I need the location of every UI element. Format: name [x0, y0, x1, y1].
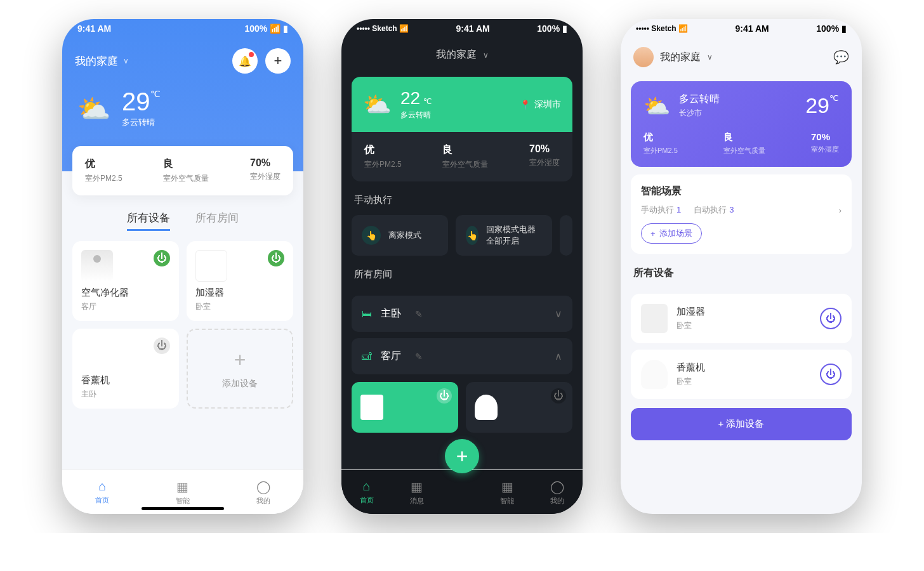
device-card[interactable]: ⏻ [352, 382, 458, 433]
weather-desc: 多云转晴 [679, 93, 720, 106]
chat-icon[interactable]: 💬 [833, 49, 849, 65]
scene-home[interactable]: 👆 回家模式电器全部开启 [456, 215, 552, 256]
weather-panel: ⛅ 29℃ 多云转晴 [62, 84, 303, 133]
device-image [641, 360, 668, 389]
phone-light: 9:41 AM 100% 📶 ▮ 我的家庭 ∨ 🔔 + ⛅ 29℃ [62, 19, 303, 514]
device-tabs: 所有设备 所有房间 [62, 195, 303, 241]
location[interactable]: 📍 深圳市 [520, 99, 561, 110]
weather-icon: ⛅ [77, 93, 110, 124]
nav-messages[interactable]: ▦消息 [410, 479, 424, 506]
status-time: 9:41 AM [456, 23, 490, 34]
temperature: 29 [805, 93, 829, 117]
device-room: 卧室 [676, 320, 705, 331]
temp-unit: ℃ [150, 89, 161, 99]
weather-card[interactable]: ⛅ 多云转晴 长沙市 29℃ 优室外PM2.5 良室外空气质量 70%室外湿度 [631, 81, 852, 167]
room-label: 客厅 [381, 350, 401, 363]
add-device-button[interactable]: + 添加设备 [631, 408, 852, 440]
power-toggle[interactable]: ⏻ [268, 250, 284, 266]
add-device-card[interactable]: + 添加设备 [187, 329, 293, 409]
status-bar: 9:41 AM 100% 📶 ▮ [62, 19, 303, 38]
home-selector[interactable]: 我的家庭 ∨ [75, 54, 129, 69]
add-device-label: 添加设备 [726, 418, 764, 429]
tab-all-rooms[interactable]: 所有房间 [195, 211, 239, 231]
header-actions: 🔔 + [232, 48, 291, 74]
home-selector[interactable]: 我的家庭 ∨ [341, 38, 583, 72]
room-label: 主卧 [381, 307, 401, 320]
power-toggle[interactable]: ⏻ [820, 364, 842, 385]
device-card-aroma[interactable]: 香薰机 卧室 ⏻ [631, 350, 852, 399]
metrics-row: 优室外PM2.5 良室外空气质量 70%室外湿度 [644, 131, 839, 155]
temperature: 22 [400, 88, 420, 108]
nav-smart[interactable]: ▦智能 [500, 479, 514, 506]
bed-icon: 🛏 [362, 308, 372, 320]
nav-me[interactable]: ◯我的 [256, 479, 270, 506]
home-label: 我的家庭 [436, 48, 477, 62]
all-devices-title: 所有设备 [621, 261, 862, 287]
metric-humidity: 70%室外湿度 [250, 157, 280, 184]
status-time: 9:41 AM [77, 23, 111, 34]
city-label: 长沙市 [679, 108, 720, 119]
grid-icon: ▦ [501, 479, 513, 494]
weather-card[interactable]: ⛅ 22 ℃ 多云转晴 📍 深圳市 [352, 77, 572, 132]
scene-label: 回家模式电器全部开启 [486, 224, 542, 247]
device-image [641, 304, 668, 333]
device-name: 空气净化器 [81, 287, 170, 299]
add-scene-button[interactable]: + 添加场景 [641, 223, 702, 244]
device-card-aroma[interactable]: ⏻ 香薰机 主卧 [72, 329, 179, 409]
device-image [475, 395, 498, 420]
chevron-down-icon: ∨ [123, 56, 129, 65]
nav-home[interactable]: ⌂首页 [95, 479, 109, 505]
status-carrier: ••••• Sketch 📶 [357, 24, 409, 33]
user-icon: ◯ [256, 479, 270, 494]
power-toggle[interactable]: ⏻ [551, 388, 566, 404]
home-selector[interactable]: 我的家庭 ∨ [633, 47, 713, 67]
weather-icon: ⛅ [363, 91, 392, 118]
chevron-up-icon: ∧ [555, 350, 562, 362]
edit-icon[interactable]: ✎ [415, 351, 423, 362]
add-device-label: 添加设备 [222, 378, 258, 390]
device-card-purifier[interactable]: ⏻ 空气净化器 客厅 [72, 241, 179, 321]
temp-unit: ℃ [829, 93, 839, 103]
room-living[interactable]: 🛋 客厅 ✎ ∧ [352, 338, 572, 374]
scene-away[interactable]: 👆 离家模式 [352, 215, 448, 256]
status-battery: 100% 📶 ▮ [244, 23, 288, 34]
tap-icon: 👆 [466, 226, 478, 245]
home-label: 我的家庭 [660, 51, 701, 64]
add-button[interactable]: + [265, 48, 291, 74]
status-bar: ••••• Sketch 📶 9:41 AM 100% ▮ [621, 19, 862, 38]
nav-smart[interactable]: ▦智能 [176, 479, 190, 506]
status-bar: ••••• Sketch 📶 9:41 AM 100% ▮ [341, 19, 583, 38]
status-battery: 100% ▮ [537, 23, 567, 34]
metric-air: 良室外空气质量 [442, 143, 488, 170]
scenes-row: 👆 离家模式 👆 回家模式电器全部开启 [341, 215, 583, 256]
avatar [633, 47, 654, 67]
notifications-button[interactable]: 🔔 [232, 48, 258, 74]
power-toggle[interactable]: ⏻ [154, 338, 170, 354]
scenes-section[interactable]: 智能场景 手动执行1 自动执行3 › + 添加场景 [631, 174, 852, 254]
device-name: 加湿器 [195, 287, 284, 299]
device-image [81, 250, 113, 282]
room-master-bedroom[interactable]: 🛏 主卧 ✎ ∨ [352, 296, 572, 332]
tab-all-devices[interactable]: 所有设备 [127, 211, 170, 231]
nav-me[interactable]: ◯我的 [550, 479, 564, 506]
nav-home[interactable]: ⌂首页 [360, 479, 374, 505]
sofa-icon: 🛋 [362, 351, 372, 362]
power-toggle[interactable]: ⏻ [437, 388, 452, 404]
device-image [360, 395, 383, 420]
power-toggle[interactable]: ⏻ [820, 308, 842, 329]
power-toggle[interactable]: ⏻ [154, 250, 170, 266]
home-icon: ⌂ [98, 479, 106, 494]
fab-add-button[interactable]: + [445, 439, 479, 473]
metric-pm25: 优室外PM2.5 [85, 157, 122, 184]
scene-more[interactable] [560, 215, 572, 256]
bottom-nav: ⌂首页 ▦智能 ◯我的 [62, 469, 303, 514]
weather-icon: ⛅ [644, 93, 670, 119]
device-card[interactable]: ⏻ [466, 382, 572, 433]
device-image [195, 250, 227, 282]
edit-icon[interactable]: ✎ [415, 309, 423, 319]
plus-icon: + [456, 445, 468, 468]
device-card-humidifier[interactable]: ⏻ 加湿器 卧室 [187, 241, 293, 321]
device-card-humidifier[interactable]: 加湿器 卧室 ⏻ [631, 294, 852, 343]
device-grid: ⏻ 空气净化器 客厅 ⏻ 加湿器 卧室 ⏻ 香薰机 主卧 + 添加设备 [62, 241, 303, 409]
phone-dark: ••••• Sketch 📶 9:41 AM 100% ▮ 我的家庭 ∨ ⛅ 2… [341, 19, 583, 514]
